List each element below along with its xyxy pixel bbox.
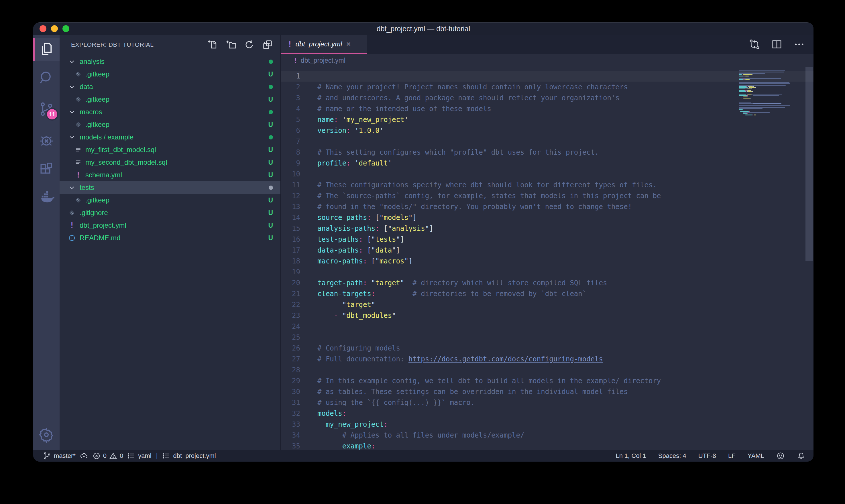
- problems-indicator[interactable]: 0 0: [92, 452, 124, 460]
- files-icon: [38, 41, 54, 58]
- cursor-position[interactable]: Ln 1, Col 1: [615, 452, 646, 460]
- collapse-folders-button[interactable]: [262, 39, 273, 50]
- indentation-indicator[interactable]: Spaces: 4: [658, 452, 686, 460]
- git-branch-icon: [43, 452, 52, 460]
- feedback-smiley-icon[interactable]: [776, 452, 785, 460]
- code-line: 23 - "dbt_modules": [281, 310, 813, 321]
- minimap[interactable]: [739, 69, 800, 447]
- line-number: 23: [281, 310, 300, 321]
- code-line: 24: [281, 321, 813, 332]
- code-line: 22 - "target": [281, 299, 813, 310]
- activity-item-extensions[interactable]: [33, 159, 59, 182]
- yaml-language-selector[interactable]: yaml: [127, 452, 151, 460]
- tree-file-dbt-project-yml[interactable]: !dbt_project.ymlU: [59, 219, 281, 232]
- chevron-down-icon: [68, 83, 76, 90]
- refresh-button[interactable]: [244, 39, 255, 50]
- tab-close-icon[interactable]: ×: [346, 39, 350, 49]
- activity-item-run-and-debug[interactable]: [33, 129, 59, 152]
- chevron-down-icon: [68, 133, 76, 141]
- git-untracked-badge: U: [268, 171, 273, 179]
- tree-file-my-first-dbt-model-sql[interactable]: my_first_dbt_model.sqlU: [59, 143, 281, 156]
- code-line: 8# This setting configures which "profil…: [281, 147, 813, 158]
- git-untracked-badge: U: [268, 234, 273, 242]
- debug-icon: [38, 132, 54, 149]
- tree-file--gitkeep[interactable]: .gitkeepU: [59, 93, 281, 106]
- line-number: 1: [281, 71, 300, 82]
- activity-item-source-control[interactable]: 11: [33, 98, 59, 121]
- zoom-window-button[interactable]: [62, 25, 69, 32]
- git-status-dot-badge: [269, 59, 273, 64]
- code-line: 7: [281, 136, 813, 147]
- sync-changes-button[interactable]: [79, 452, 88, 460]
- code-line: 11# These configurations specify where d…: [281, 180, 813, 191]
- activity-item-explorer[interactable]: [33, 38, 59, 61]
- tree-item-label: .gitkeep: [85, 196, 268, 204]
- code-line: 32models:: [281, 408, 813, 419]
- code-line: 4# name or the intended use of these mod…: [281, 103, 813, 114]
- tree-folder-models-example[interactable]: models / example: [59, 131, 281, 143]
- new-file-button[interactable]: [207, 39, 218, 50]
- line-number: 35: [281, 441, 300, 450]
- git-file-icon: [74, 196, 82, 204]
- branch-name: master*: [54, 452, 76, 460]
- tree-file--gitkeep[interactable]: .gitkeepU: [59, 118, 281, 131]
- code-line: 13# found in the "models/" directory. Yo…: [281, 201, 813, 212]
- activity-item-settings[interactable]: [33, 424, 59, 447]
- code-line: 19: [281, 267, 813, 277]
- language-mode[interactable]: YAML: [748, 452, 764, 460]
- warnings-icon: [109, 452, 118, 460]
- line-number: 19: [281, 267, 300, 277]
- git-branch-indicator[interactable]: master*: [43, 452, 76, 460]
- explorer-header: EXPLORER: DBT-TUTORIAL: [59, 35, 281, 55]
- tree-file-my-second-dbt-model-sql[interactable]: my_second_dbt_model.sqlU: [59, 156, 281, 169]
- open-changes-icon[interactable]: [749, 39, 760, 50]
- info-file-icon: [68, 234, 76, 242]
- code-editor[interactable]: 12# Name your project! Project names sho…: [281, 67, 813, 450]
- tree-file--gitkeep[interactable]: .gitkeepU: [59, 68, 281, 80]
- split-editor-icon[interactable]: [771, 39, 783, 50]
- tree-file--gitkeep[interactable]: .gitkeepU: [59, 194, 281, 206]
- code-line: 27# Full documentation: https://docs.get…: [281, 354, 813, 364]
- code-line: 35 example:: [281, 441, 813, 450]
- tab-dbt-project-yml[interactable]: ! dbt_project.yml ×: [281, 35, 367, 54]
- title-bar: dbt_project.yml — dbt-tutorial: [33, 23, 813, 35]
- tree-folder-data[interactable]: data: [59, 80, 281, 93]
- tree-file-readme-md[interactable]: README.mdU: [59, 232, 281, 244]
- tree-folder-analysis[interactable]: analysis: [59, 55, 281, 68]
- tree-file--gitignore[interactable]: .gitignoreU: [59, 206, 281, 219]
- status-bar: master* 0 0 yaml | dbt_project.yml Ln: [33, 450, 813, 462]
- code-line: 18macro-paths: ["macros"]: [281, 256, 813, 267]
- eol-indicator[interactable]: LF: [728, 452, 736, 460]
- git-untracked-badge: U: [268, 146, 273, 154]
- code-line: 5name: 'my_new_project': [281, 114, 813, 125]
- file-schema-indicator[interactable]: dbt_project.yml: [162, 452, 216, 460]
- line-number: 31: [281, 397, 300, 408]
- encoding-indicator[interactable]: UTF-8: [698, 452, 716, 460]
- git-status-dot-badge: [269, 185, 273, 190]
- minimize-window-button[interactable]: [51, 25, 58, 32]
- git-status-dot-badge: [269, 110, 273, 114]
- breadcrumb[interactable]: ! dbt_project.yml: [281, 54, 813, 67]
- line-number: 8: [281, 147, 300, 158]
- tree-file-schema-yml[interactable]: !schema.ymlU: [59, 169, 281, 181]
- code-line: 1: [281, 71, 813, 82]
- line-number: 17: [281, 245, 300, 256]
- line-number: 15: [281, 223, 300, 234]
- tree-folder-tests[interactable]: tests: [59, 181, 281, 194]
- more-actions-icon[interactable]: [793, 39, 805, 50]
- notifications-bell-icon[interactable]: [797, 452, 806, 460]
- activity-item-search[interactable]: [33, 67, 59, 90]
- new-folder-button[interactable]: [226, 39, 236, 50]
- tree-folder-macros[interactable]: macros: [59, 106, 281, 118]
- scm-changes-badge: 11: [46, 108, 58, 121]
- line-number: 29: [281, 375, 300, 386]
- tree-item-label: data: [79, 83, 269, 91]
- git-status-dot-badge: [269, 135, 273, 140]
- code-line: 6version: '1.0.0': [281, 125, 813, 136]
- list-selection-icon: [162, 452, 171, 460]
- close-window-button[interactable]: [39, 25, 47, 32]
- vertical-scrollbar[interactable]: [806, 67, 813, 261]
- explorer-title: EXPLORER: DBT-TUTORIAL: [71, 41, 207, 48]
- line-number: 30: [281, 386, 300, 397]
- activity-item-docker[interactable]: [33, 186, 59, 209]
